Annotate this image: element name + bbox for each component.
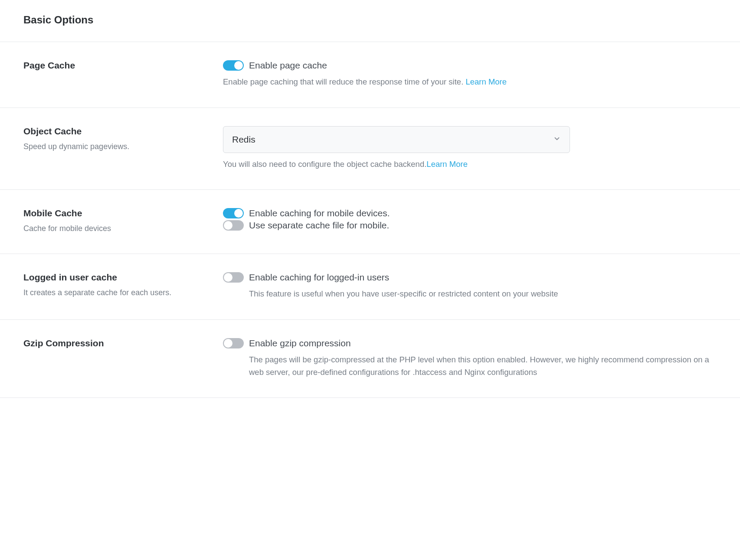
section-logged-in-cache: Logged in user cache It creates a separa… <box>0 254 740 320</box>
mobile-separate-label: Use separate cache file for mobile. <box>249 220 389 231</box>
section-mobile-cache: Mobile Cache Cache for mobile devices En… <box>0 190 740 254</box>
object-cache-select-value: Redis <box>232 134 255 145</box>
logged-in-toggle-label: Enable caching for logged-in users <box>249 272 389 283</box>
object-cache-desc: You will also need to configure the obje… <box>223 158 717 171</box>
page-cache-toggle[interactable] <box>223 60 244 71</box>
chevron-down-icon <box>553 134 561 145</box>
mobile-enable-toggle[interactable] <box>223 208 244 218</box>
logged-in-title: Logged in user cache <box>23 272 210 283</box>
section-object-cache: Object Cache Speed up dynamic pageviews.… <box>0 108 740 190</box>
mobile-enable-label: Enable caching for mobile devices. <box>249 208 390 218</box>
logged-in-toggle[interactable] <box>223 272 244 283</box>
object-cache-sub: Speed up dynamic pageviews. <box>23 141 210 153</box>
section-header: Basic Options <box>0 0 740 42</box>
object-cache-select[interactable]: Redis <box>223 126 570 153</box>
gzip-desc: The pages will be gzip-compressed at the… <box>249 354 717 378</box>
object-cache-learn-more-link[interactable]: Learn More <box>426 160 468 169</box>
gzip-toggle-label: Enable gzip compression <box>249 338 351 348</box>
section-gzip: Gzip Compression Enable gzip compression… <box>0 320 740 398</box>
logged-in-sub: It creates a separate cache for each use… <box>23 287 210 299</box>
mobile-separate-toggle[interactable] <box>223 220 244 231</box>
page-cache-toggle-label: Enable page cache <box>249 60 327 71</box>
mobile-cache-title: Mobile Cache <box>23 208 210 218</box>
mobile-cache-sub: Cache for mobile devices <box>23 223 210 234</box>
logged-in-desc: This feature is useful when you have use… <box>249 288 717 300</box>
page-cache-title: Page Cache <box>23 60 210 71</box>
object-cache-title: Object Cache <box>23 126 210 137</box>
page-title: Basic Options <box>23 14 717 26</box>
page-cache-learn-more-link[interactable]: Learn More <box>465 77 507 86</box>
page-cache-desc: Enable page caching that will reduce the… <box>223 76 717 88</box>
section-page-cache: Page Cache Enable page cache Enable page… <box>0 42 740 108</box>
gzip-title: Gzip Compression <box>23 338 210 348</box>
gzip-toggle[interactable] <box>223 338 244 348</box>
